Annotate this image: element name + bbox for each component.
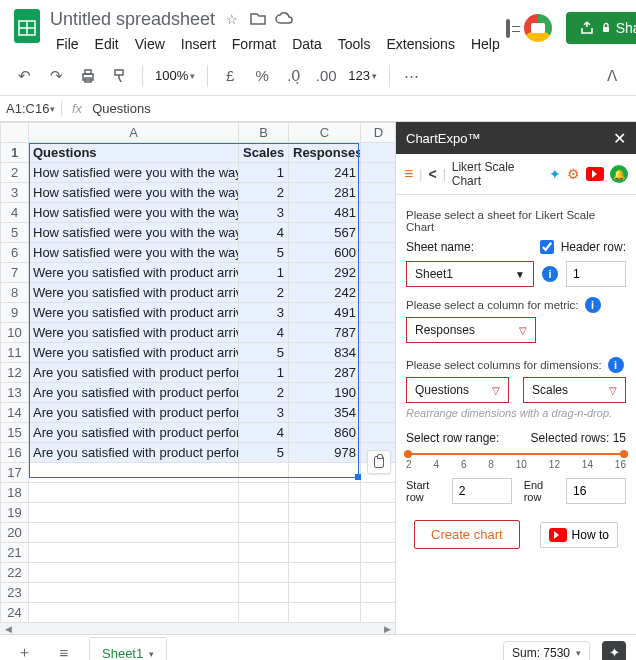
cell[interactable] [29,603,239,623]
cell[interactable]: 354 [289,403,361,423]
row-header[interactable]: 22 [1,563,29,583]
create-chart-button[interactable]: Create chart [414,520,520,549]
cell[interactable]: Questions [29,143,239,163]
cell[interactable]: Were you satisfied with product arriving… [29,263,239,283]
cell[interactable] [361,543,397,563]
cell[interactable]: Are you satisfied with product performan… [29,423,239,443]
cell[interactable]: How satisfied were you with the way our … [29,163,239,183]
cell[interactable] [289,543,361,563]
menu-view[interactable]: View [129,34,171,54]
cell[interactable] [289,503,361,523]
collapse-sidebar-button[interactable]: ᐱ [598,62,626,90]
dimension-2-select[interactable]: Scales▽ [523,377,626,403]
row-header[interactable]: 17 [1,463,29,483]
menu-tools[interactable]: Tools [332,34,377,54]
add-sheet-button[interactable]: ＋ [10,639,38,661]
col-header-B[interactable]: B [239,123,289,143]
cell[interactable] [361,283,397,303]
cell[interactable] [29,583,239,603]
cell[interactable]: 1 [239,163,289,183]
youtube-icon[interactable] [586,167,604,181]
row-range-slider[interactable]: 246810121416 [406,449,626,470]
cell[interactable] [361,603,397,623]
cell[interactable] [239,483,289,503]
zoom-select[interactable]: 100%▾ [151,68,199,83]
cell[interactable]: 567 [289,223,361,243]
cell[interactable]: Are you satisfied with product performan… [29,443,239,463]
metric-select[interactable]: Responses▽ [406,317,536,343]
row-header[interactable]: 15 [1,423,29,443]
cell[interactable]: 190 [289,383,361,403]
paint-format-button[interactable] [106,62,134,90]
cell[interactable]: Scales [239,143,289,163]
cell[interactable] [361,423,397,443]
share-button[interactable]: Share [566,12,636,44]
cell[interactable] [361,343,397,363]
close-sidebar-button[interactable]: ✕ [613,129,626,148]
scroll-left-button[interactable]: ◀ [2,624,14,634]
cell[interactable] [29,543,239,563]
cell[interactable]: 2 [239,183,289,203]
cell[interactable]: 1 [239,263,289,283]
cell[interactable] [289,483,361,503]
sheet-tab-1[interactable]: Sheet1▾ [90,638,166,660]
cell[interactable]: Are you satisfied with product performan… [29,403,239,423]
cell[interactable] [239,463,289,483]
cell[interactable]: 5 [239,443,289,463]
row-header[interactable]: 1 [1,143,29,163]
cell[interactable]: 3 [239,203,289,223]
row-header[interactable]: 10 [1,323,29,343]
info-dims-icon[interactable]: i [608,357,624,373]
cell[interactable] [361,583,397,603]
cloud-icon[interactable] [275,10,293,28]
quicksum-display[interactable]: Sum: 7530▾ [503,641,590,661]
end-row-input[interactable] [566,478,626,504]
cell[interactable] [29,463,239,483]
cell[interactable] [239,503,289,523]
scroll-right-button[interactable]: ▶ [381,624,393,634]
cell[interactable]: 3 [239,403,289,423]
row-header[interactable]: 16 [1,443,29,463]
info-metric-icon[interactable]: i [585,297,601,313]
cell[interactable]: Were you satisfied with product arriving… [29,303,239,323]
more-formats-button[interactable]: 123▾ [344,68,381,83]
magic-icon[interactable]: ✦ [549,166,561,182]
header-row-input[interactable] [566,261,626,287]
menu-format[interactable]: Format [226,34,282,54]
row-header[interactable]: 13 [1,383,29,403]
cell[interactable] [361,503,397,523]
select-all-corner[interactable] [1,123,29,143]
cell[interactable]: 4 [239,223,289,243]
percent-button[interactable]: % [248,62,276,90]
row-header[interactable]: 23 [1,583,29,603]
menu-file[interactable]: File [50,34,85,54]
explore-button[interactable]: ✦ [602,641,626,661]
cell[interactable]: Were you satisfied with product arriving… [29,283,239,303]
currency-button[interactable]: £ [216,62,244,90]
cell[interactable]: 4 [239,323,289,343]
cell[interactable] [289,583,361,603]
row-header[interactable]: 3 [1,183,29,203]
row-header[interactable]: 11 [1,343,29,363]
how-to-button[interactable]: How to [540,522,618,548]
cell[interactable] [361,383,397,403]
back-icon[interactable]: < [428,166,436,182]
cell[interactable]: Are you satisfied with product performan… [29,383,239,403]
cell[interactable]: 4 [239,423,289,443]
cell[interactable] [239,583,289,603]
cell[interactable] [239,603,289,623]
menu-insert[interactable]: Insert [175,34,222,54]
dimension-1-select[interactable]: Questions▽ [406,377,509,403]
row-header[interactable]: 24 [1,603,29,623]
cell[interactable] [289,563,361,583]
formula-input[interactable]: Questions [92,101,151,116]
cell[interactable] [361,403,397,423]
start-row-input[interactable] [452,478,512,504]
cell[interactable] [361,243,397,263]
decrease-decimal-button[interactable]: .0̣ [280,62,308,90]
cell[interactable] [289,523,361,543]
more-tools-button[interactable]: ⋯ [398,62,426,90]
spreadsheet-grid[interactable]: A B C D 1QuestionsScalesResponses2How sa… [0,122,396,634]
cell[interactable]: 281 [289,183,361,203]
cell[interactable]: 2 [239,383,289,403]
